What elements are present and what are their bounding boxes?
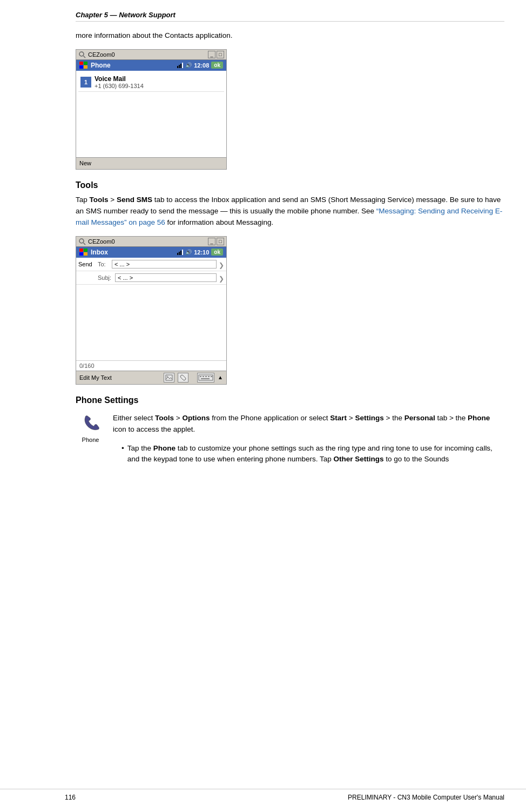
phone-settings-section: Phone Either select Tools > Options from… — [76, 413, 504, 466]
svg-point-6 — [79, 239, 84, 243]
phone-titlebar: CEZoom0 _ □ — [76, 50, 226, 60]
titlebar-left: CEZoom0 — [78, 51, 115, 58]
phone-app-icon — [80, 413, 102, 434]
ok-badge[interactable]: ok — [211, 62, 223, 69]
inbox-windows-flag-icon — [79, 249, 88, 256]
options-bold: Options — [182, 414, 210, 422]
to-field[interactable]: < ... > — [112, 260, 217, 269]
phone-body: 1 Voice Mail +1 (630) 699-1314 — [76, 71, 226, 157]
signal-icon — [177, 63, 183, 68]
subj-label: Subj: — [98, 274, 113, 281]
svg-rect-17 — [205, 376, 207, 377]
voicemail-badge: 1 — [80, 77, 91, 88]
message-body-area[interactable] — [76, 285, 226, 360]
voicemail-name: Voice Mail — [95, 75, 144, 83]
inbox-screenshot: CEZoom0 _ □ Inbox — [76, 236, 227, 385]
send-label: Send — [78, 261, 96, 267]
svg-rect-11 — [84, 252, 87, 256]
inbox-to-row: Send To: < ... > ❯ — [76, 258, 226, 271]
phone-settings-heading: Phone Settings — [76, 395, 504, 405]
svg-rect-16 — [203, 376, 204, 377]
svg-rect-18 — [208, 376, 210, 377]
svg-line-7 — [84, 243, 86, 245]
svg-rect-15 — [200, 376, 201, 377]
subj-chevron-icon: ❯ — [219, 273, 224, 283]
app-bar-left: Phone — [79, 62, 111, 69]
app-name: Phone — [91, 62, 111, 69]
svg-rect-20 — [201, 378, 210, 379]
svg-point-0 — [79, 52, 84, 56]
titlebar-buttons[interactable]: _ □ — [208, 51, 224, 58]
page-footer: 116 PRELIMINARY - CN3 Mobile Computer Us… — [0, 789, 526, 801]
bullet-dot: • — [122, 443, 124, 466]
left-sidebar — [0, 0, 65, 812]
start-bold: Start — [330, 414, 347, 422]
bullet-item-1: • Tap the Phone tab to customize your ph… — [122, 443, 504, 466]
voicemail-entry[interactable]: 1 Voice Mail +1 (630) 699-1314 — [78, 73, 224, 92]
inbox-app-bar: Inbox 🔊 12:10 ok — [76, 247, 226, 258]
voicemail-info: Voice Mail +1 (630) 699-1314 — [95, 75, 144, 89]
phone-screenshot: CEZoom0 _ □ Phone — [76, 49, 227, 170]
cezoom-icon — [78, 51, 86, 58]
personal-bold: Personal — [404, 414, 435, 422]
inbox-titlebar-buttons[interactable]: _ □ — [208, 238, 224, 245]
phone-bottombar: New — [76, 157, 226, 169]
maximize-button[interactable]: □ — [217, 51, 224, 58]
tools-bold: Tools — [155, 414, 174, 422]
inbox-volume-icon: 🔊 — [185, 249, 192, 255]
svg-rect-14 — [199, 375, 213, 380]
tools-heading: Tools — [76, 180, 504, 190]
inbox-app-bar-right: 🔊 12:10 ok — [177, 249, 223, 256]
svg-rect-12 — [166, 375, 172, 380]
edit-my-text-label[interactable]: Edit My Text — [79, 374, 112, 381]
windows-flag-icon — [79, 62, 88, 69]
inbox-ok-badge[interactable]: ok — [211, 249, 223, 256]
voicemail-phone: +1 (630) 699-1314 — [95, 83, 144, 89]
other-settings-bold: Other Settings — [334, 455, 384, 463]
svg-rect-8 — [79, 249, 83, 252]
inbox-maximize-button[interactable]: □ — [217, 238, 224, 245]
svg-rect-4 — [79, 65, 83, 69]
inbox-time: 12:10 — [194, 249, 209, 256]
phone-icon-container: Phone — [76, 413, 105, 443]
inbox-minimize-button[interactable]: _ — [208, 238, 215, 245]
phone-tab-bold: Phone — [153, 444, 176, 452]
inbox-titlebar-title: CEZoom0 — [88, 238, 115, 245]
phone-app-bar: Phone 🔊 12:08 ok — [76, 60, 226, 71]
settings-bold: Settings — [355, 414, 383, 422]
svg-rect-19 — [211, 376, 212, 377]
tools-bold1: Tools — [90, 196, 109, 204]
svg-rect-9 — [84, 249, 87, 252]
phone-icon-label: Phone — [82, 437, 99, 443]
doc-title: PRELIMINARY - CN3 Mobile Computer User's… — [348, 794, 504, 801]
phone-settings-text: Either select Tools > Options from the P… — [113, 413, 504, 435]
new-button-label[interactable]: New — [79, 160, 91, 166]
svg-rect-10 — [79, 252, 83, 256]
inbox-signal-icon — [177, 250, 183, 255]
main-content: Chapter 5 — Network Support more informa… — [65, 0, 526, 812]
inbox-subj-row: Subj: < ... > ❯ — [76, 271, 226, 285]
tools-paragraph: Tap Tools > Send SMS tab to access the I… — [76, 194, 504, 229]
inbox-bottom-toolbar: Edit My Text — [76, 371, 226, 384]
inbox-cezoom-icon — [78, 238, 86, 245]
svg-rect-2 — [79, 62, 83, 65]
minimize-button[interactable]: _ — [208, 51, 215, 58]
svg-rect-5 — [84, 65, 87, 69]
inbox-titlebar: CEZoom0 _ □ — [76, 237, 226, 247]
app-bar-right: 🔊 12:08 ok — [177, 62, 223, 69]
chapter-header: Chapter 5 — Network Support — [76, 11, 504, 22]
svg-line-1 — [84, 56, 86, 58]
inbox-app-name: Inbox — [91, 249, 108, 256]
phone-text-content: Either select Tools > Options from the P… — [113, 413, 504, 466]
phone-bold: Phone — [468, 414, 490, 422]
svg-rect-3 — [84, 62, 87, 65]
send-label-spacer — [78, 274, 96, 281]
subj-field[interactable]: < ... > — [115, 273, 217, 282]
image-icon[interactable] — [164, 373, 174, 382]
tools-bold2: Send SMS — [117, 196, 152, 204]
keyboard-icon[interactable] — [197, 373, 214, 382]
keyboard-arrow-icon: ▲ — [218, 374, 223, 380]
inbox-counter: 0/160 — [76, 360, 226, 371]
attachment-icon[interactable] — [178, 373, 188, 382]
titlebar-title: CEZoom0 — [88, 51, 115, 58]
